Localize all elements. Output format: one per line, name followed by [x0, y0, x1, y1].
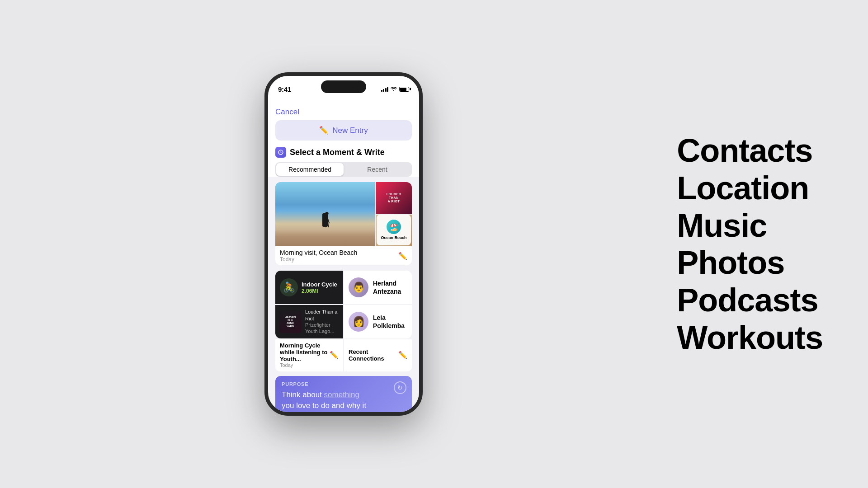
podcast-episode: Louder Than a Riot Prizefighter Youth La…	[305, 309, 340, 334]
purpose-rest: you love to do and why it	[282, 401, 366, 410]
moment-icon	[275, 147, 286, 158]
contact1-card[interactable]: 👨 Herland Antezana	[344, 271, 412, 304]
contacts-label-texts: Recent Connections	[349, 348, 398, 362]
contact2-name: Leia Polklemba	[373, 314, 405, 330]
ocean-beach-label: Ocean Beach	[381, 235, 406, 240]
moment-label-texts: Morning visit, Ocean Beach Today	[280, 249, 357, 263]
contact1-name: Herland Antezana	[373, 279, 401, 296]
podcast-info: Louder Than a Riot Prizefighter Youth La…	[305, 309, 340, 334]
contacts-label-row[interactable]: Recent Connections ✏️	[344, 339, 412, 371]
phone-frame: 9:41	[264, 72, 423, 416]
ocean-beach-icon: 🏖️	[387, 220, 401, 234]
activity-grid-bottom: HEAVENIS AJUNKYARD Louder Than a Riot Pr…	[275, 305, 412, 338]
signal-icon	[381, 86, 389, 92]
sidebar-item-contacts: Contacts	[677, 132, 823, 169]
sidebar-item-location: Location	[677, 169, 823, 206]
podcast-artwork: LOUDERTHANA RIOT	[376, 182, 412, 214]
cancel-row: Cancel	[268, 103, 419, 120]
top-section: Cancel ✏️ New Entry Select a Moment & Wr…	[268, 99, 419, 177]
screen-content: Cancel ✏️ New Entry Select a Moment & Wr…	[268, 99, 419, 412]
activity-row-2: HEAVENIS AJUNKYARD Louder Than a Riot Pr…	[275, 305, 412, 338]
purpose-card[interactable]: PURPOSE ↻ Think about something you love…	[275, 376, 412, 412]
sidebar-item-workouts: Workouts	[677, 319, 823, 357]
contact1-avatar: 👨	[349, 277, 368, 297]
contact2-card[interactable]: 👩 Leia Polklemba	[344, 305, 412, 338]
contact2-avatar: 👩	[349, 312, 368, 332]
phone-mockup: 9:41	[264, 72, 423, 416]
right-sidebar: Contacts Location Music Photos Podcasts …	[677, 132, 823, 357]
workout-distance: 2.06MI	[302, 288, 337, 294]
podcast-card[interactable]: HEAVENIS AJUNKYARD Louder Than a Riot Pr…	[275, 305, 343, 338]
workout-card-title: Morning Cycle while listening to Youth..…	[280, 342, 330, 362]
workout-info: Indoor Cycle 2.06MI	[302, 281, 337, 294]
sidebar-item-podcasts: Podcasts	[677, 282, 823, 319]
workout-label-row[interactable]: Morning Cycle while listening to Youth..…	[275, 339, 343, 371]
purpose-text: Think about something you love to do and…	[282, 389, 406, 411]
ocean-beach-overlay: 🏖️ Ocean Beach	[377, 215, 411, 245]
new-entry-icon: ✏️	[319, 126, 329, 135]
status-icons	[381, 86, 410, 92]
moment-title: Morning visit, Ocean Beach	[280, 249, 357, 256]
purpose-label: PURPOSE	[282, 381, 406, 387]
photo-moment-card[interactable]: LOUDERTHANA RIOT 🏖️ Ocean Beach	[275, 182, 412, 265]
section-header: Select a Moment & Write	[268, 147, 419, 162]
moment-subtitle: Today	[280, 256, 357, 263]
beach-scene	[275, 182, 375, 246]
podcast-art: HEAVENIS AJUNKYARD	[279, 310, 302, 333]
wifi-icon	[391, 86, 397, 92]
moment-label: Morning visit, Ocean Beach Today ✏️	[275, 246, 412, 265]
status-time: 9:41	[278, 85, 291, 93]
contact2-info: Leia Polklemba	[373, 314, 405, 330]
sidebar-item-photos: Photos	[677, 244, 823, 282]
segmented-control: Recommended Recent	[275, 162, 412, 177]
svg-point-0	[325, 212, 328, 215]
contacts-label-title: Recent Connections	[349, 348, 398, 362]
workout-card[interactable]: 🚴 Indoor Cycle 2.06MI	[275, 271, 343, 304]
workout-card-date: Today	[280, 362, 330, 368]
sidebar-item-music: Music	[677, 206, 823, 244]
write-icon-moment[interactable]: ✏️	[398, 252, 407, 260]
tab-recommended[interactable]: Recommended	[276, 163, 344, 176]
dynamic-island	[321, 80, 366, 93]
write-icon-contacts[interactable]: ✏️	[398, 351, 407, 359]
beach-photo	[275, 182, 375, 246]
new-entry-label: New Entry	[332, 126, 368, 135]
workout-label-texts: Morning Cycle while listening to Youth..…	[280, 342, 330, 368]
new-entry-button[interactable]: ✏️ New Entry	[275, 120, 412, 141]
podcast-title-art: LOUDERTHANA RIOT	[387, 192, 401, 203]
tab-recent[interactable]: Recent	[344, 163, 411, 176]
purpose-think: Think about	[282, 390, 324, 399]
person-silhouette	[323, 212, 330, 228]
cancel-button[interactable]: Cancel	[275, 108, 299, 117]
activity-row-1: 🚴 Indoor Cycle 2.06MI 👨 Herland Anteza	[275, 271, 412, 304]
write-icon-workout[interactable]: ✏️	[330, 351, 339, 359]
activity-grid-top: 🚴 Indoor Cycle 2.06MI 👨 Herland Anteza	[275, 271, 412, 304]
section-title: Select a Moment & Write	[290, 148, 385, 157]
battery-icon	[399, 87, 409, 92]
bottom-labels: Morning Cycle while listening to Youth..…	[275, 339, 412, 371]
purpose-highlight: something	[324, 390, 359, 399]
workout-icon: 🚴	[280, 278, 298, 296]
workout-title: Indoor Cycle	[302, 281, 337, 288]
podcast-art-text: HEAVENIS AJUNKYARD	[285, 316, 296, 328]
contact1-info: Herland Antezana	[373, 279, 401, 296]
refresh-icon[interactable]: ↻	[394, 381, 406, 394]
